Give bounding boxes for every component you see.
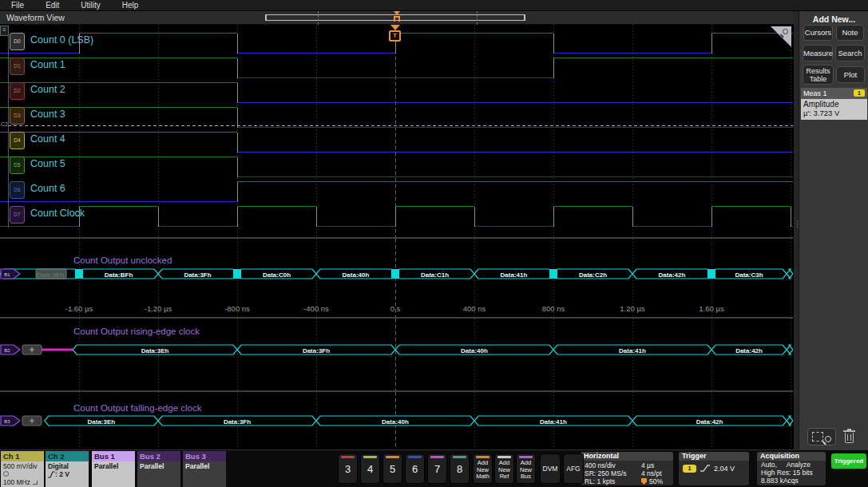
bus-segment [787,416,793,426]
rising-edge-icon [48,471,55,478]
digital-channel-badge-D2[interactable]: D2 [10,82,25,100]
add-new-bus-button[interactable]: Add New Bus [516,453,536,484]
digital-channel-badge-D0[interactable]: D0 [10,33,25,50]
channel-waveform-D5 [0,157,793,177]
add-new-ref-button[interactable]: Add New Ref [494,453,514,484]
bus-segment [787,269,793,279]
trigger-status-badge: Triggered [831,453,866,469]
meas1-value: µ': 3.723 V [803,109,865,117]
digital-channel-label-D6[interactable]: Count 6 [30,180,65,197]
digital-channel-label-D0[interactable]: Count 0 (LSB) [30,31,93,49]
digital-channel-badge-D6[interactable]: D6 [10,181,25,199]
time-axis-label: 800 ns [529,304,577,313]
digital-waveform-plot [0,25,793,237]
channel-waveform-D1 [0,58,793,78]
draw-zoom-corner[interactable] [771,26,791,47]
channel-badge-title: Bus 2 [137,451,180,461]
channel-7-button[interactable]: 7 [427,453,447,484]
channel-badge-ch2[interactable]: Ch 2Digital: 2 V [46,451,89,487]
add-new-math-button[interactable]: Add New Math [473,453,493,484]
trigger-source-badge: 1 [683,465,696,473]
overview-tick [477,11,478,25]
channel-badge-ch1[interactable]: Ch 1500 mV/div100 MHz [1,451,44,487]
trigger-panel[interactable]: Trigger 1 2.04 V [679,452,749,485]
expansion-point-marker-icon[interactable] [394,11,400,15]
time-axis-label: -1.60 µs [55,304,103,313]
svg-text:B1: B1 [4,272,10,277]
acquisition-analyze: Analyze [787,461,811,469]
acquisition-panel[interactable]: Acquisition Auto,Analyze High Res: 15 bi… [757,452,826,485]
sample-rate: SR: 250 MS/s [585,469,626,477]
menu-help[interactable]: Help [122,1,139,10]
menu-utility[interactable]: Utility [81,1,100,10]
meas1-source-tag: 1 [854,89,865,97]
digital-group-handle-icon[interactable]: ≡ [0,26,9,36]
bus-busy-block [549,269,557,279]
channel-badge-bus2[interactable]: Bus 2Parallel [137,451,180,487]
threshold-label: C2 [1,121,8,127]
digital-channel-label-D7[interactable]: Count Clock [30,204,85,222]
digital-channel-label-D1[interactable]: Count 1 [30,56,65,73]
svg-text:Data:3Fh: Data:3Fh [303,347,330,354]
digital-channel-badge-D3[interactable]: D3 [10,107,25,125]
expansion-point-handle[interactable] [394,16,400,22]
channel-badge-bus1[interactable]: Bus 1Parallel [92,451,135,487]
acquisition-title: Acquisition [757,452,826,461]
note-button[interactable]: Note [836,25,864,41]
bus-drag-handle[interactable] [36,269,66,279]
bus-busy-block [391,269,399,279]
trigger-position-badge[interactable]: T [389,30,401,42]
digital-group-bracket [8,26,9,228]
svg-text:Data:40h: Data:40h [343,271,370,279]
time-axis-label: -400 ns [292,304,340,313]
channel-8-button[interactable]: 8 [450,453,470,484]
svg-text:Data:3Fh: Data:3Fh [184,271,211,279]
tab-waveform-view[interactable]: Waveform View [6,13,65,22]
results-table-button[interactable]: Results Table [803,65,834,85]
measure-button[interactable]: Measure [803,45,833,61]
acquisition-resolution: High Res: 15 bits [757,469,826,477]
channel-6-button[interactable]: 6 [405,453,425,484]
dvm-button[interactable]: DVM [540,453,561,484]
meas1-name: Meas 1 [803,89,827,97]
digital-channel-badge-D4[interactable]: D4 [10,132,25,149]
channel-4-button[interactable]: 4 [360,453,380,484]
trash-icon[interactable] [841,429,857,445]
digital-channel-badge-D7[interactable]: D7 [10,206,25,224]
svg-text:Data:C3h: Data:C3h [735,271,763,279]
cursors-button[interactable]: Cursors [803,25,833,41]
zoom-box-button[interactable] [807,428,836,445]
channel-5-button[interactable]: 5 [382,453,402,484]
trigger-level: 2.04 V [714,465,735,473]
bus1-title: Count Output unclocked [73,255,172,265]
digital-channel-label-D5[interactable]: Count 5 [30,155,65,172]
channel-3-button[interactable]: 3 [338,453,358,484]
digital-channel-label-D3[interactable]: Count 3 [30,105,65,123]
horizontal-title: Horizontal [581,452,673,461]
trigger-position-arrow-icon[interactable] [390,25,400,30]
afg-button[interactable]: AFG [563,453,584,484]
channel-badge-bus3[interactable]: Bus 3Parallel [183,451,226,487]
horizontal-span: 4 µs [641,461,654,469]
bus-busy-block [707,269,715,279]
time-axis-label: 400 ns [450,304,498,313]
digital-channel-badge-D5[interactable]: D5 [10,156,25,174]
digital-channel-label-D4[interactable]: Count 4 [30,130,65,148]
plot-button[interactable]: Plot [836,66,865,83]
time-axis-label: 0 s [371,304,419,313]
channel-waveform-D6 [0,182,793,202]
menu-edit[interactable]: Edit [46,1,59,10]
horizontal-panel[interactable]: Horizontal 400 ns/div4 µs SR: 250 MS/s4 … [581,452,673,485]
rising-edge-icon [700,464,710,473]
digital-channel-label-D2[interactable]: Count 2 [30,81,65,98]
meas1-badge[interactable]: Meas 1 1 Amplitude µ': 3.723 V [801,88,867,120]
bus2-title: Count Output rising-edge clock [73,327,200,336]
channel-badge-title: Bus 1 [92,451,135,461]
svg-text:B2: B2 [4,348,10,353]
menu-file[interactable]: File [11,1,24,10]
svg-text:Data:42h: Data:42h [659,271,686,279]
waveform-view: ≡ C2 T D0Count 0 (LSB)D1Count 1D2Count 2… [0,25,794,449]
search-button[interactable]: Search [835,45,865,61]
digital-channel-badge-D1[interactable]: D1 [10,57,25,75]
tab-bar: Waveform View [0,11,794,25]
